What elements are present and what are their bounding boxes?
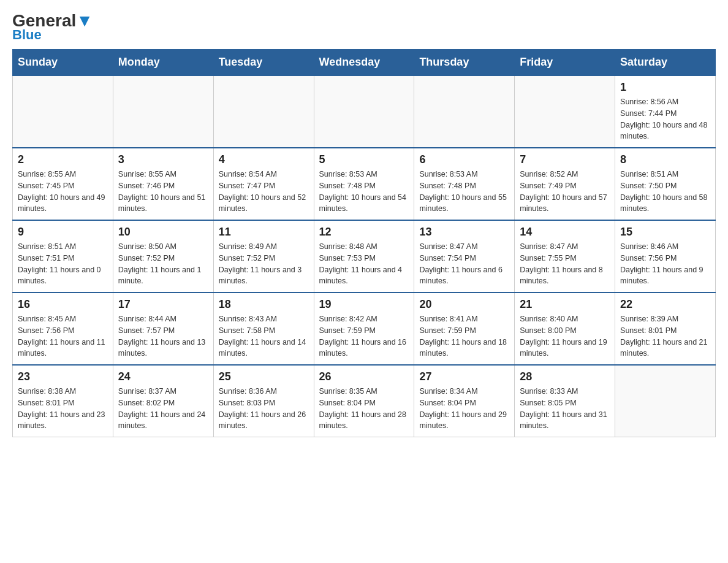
week-row-2: 9Sunrise: 8:51 AM Sunset: 7:51 PM Daylig… <box>13 220 716 293</box>
header-day-friday: Friday <box>515 50 615 76</box>
week-row-0: 1Sunrise: 8:56 AM Sunset: 7:44 PM Daylig… <box>13 75 716 148</box>
day-cell: 5Sunrise: 8:53 AM Sunset: 7:48 PM Daylig… <box>314 148 414 220</box>
day-cell <box>615 365 716 437</box>
day-cell <box>213 75 314 148</box>
day-number: 19 <box>319 298 409 311</box>
logo-arrow-icon: ▼ <box>76 11 93 30</box>
logo: General▼ Blue <box>12 12 93 43</box>
day-cell: 17Sunrise: 8:44 AM Sunset: 7:57 PM Dayli… <box>113 293 213 365</box>
day-number: 1 <box>620 81 710 94</box>
calendar-table: SundayMondayTuesdayWednesdayThursdayFrid… <box>12 49 716 437</box>
week-row-1: 2Sunrise: 8:55 AM Sunset: 7:45 PM Daylig… <box>13 148 716 220</box>
day-info: Sunrise: 8:55 AM Sunset: 7:46 PM Dayligh… <box>118 169 208 215</box>
day-cell: 2Sunrise: 8:55 AM Sunset: 7:45 PM Daylig… <box>13 148 113 220</box>
day-cell: 19Sunrise: 8:42 AM Sunset: 7:59 PM Dayli… <box>314 293 414 365</box>
day-info: Sunrise: 8:45 AM Sunset: 7:56 PM Dayligh… <box>18 313 108 359</box>
day-cell: 11Sunrise: 8:49 AM Sunset: 7:52 PM Dayli… <box>213 220 314 293</box>
day-number: 23 <box>18 370 108 383</box>
day-info: Sunrise: 8:39 AM Sunset: 8:01 PM Dayligh… <box>620 313 710 359</box>
day-cell: 9Sunrise: 8:51 AM Sunset: 7:51 PM Daylig… <box>13 220 113 293</box>
day-info: Sunrise: 8:49 AM Sunset: 7:52 PM Dayligh… <box>219 241 309 287</box>
day-info: Sunrise: 8:47 AM Sunset: 7:55 PM Dayligh… <box>520 241 610 287</box>
header-day-wednesday: Wednesday <box>314 50 414 76</box>
day-info: Sunrise: 8:37 AM Sunset: 8:02 PM Dayligh… <box>118 386 208 432</box>
day-info: Sunrise: 8:34 AM Sunset: 8:04 PM Dayligh… <box>419 386 509 432</box>
day-cell: 16Sunrise: 8:45 AM Sunset: 7:56 PM Dayli… <box>13 293 113 365</box>
day-number: 24 <box>118 370 208 383</box>
logo-blue-text: Blue <box>12 27 42 43</box>
day-info: Sunrise: 8:43 AM Sunset: 7:58 PM Dayligh… <box>219 313 309 359</box>
header-day-tuesday: Tuesday <box>213 50 314 76</box>
day-cell <box>314 75 414 148</box>
day-cell: 7Sunrise: 8:52 AM Sunset: 7:49 PM Daylig… <box>515 148 615 220</box>
day-number: 3 <box>118 153 208 166</box>
day-info: Sunrise: 8:42 AM Sunset: 7:59 PM Dayligh… <box>319 313 409 359</box>
day-info: Sunrise: 8:46 AM Sunset: 7:56 PM Dayligh… <box>620 241 710 287</box>
day-number: 17 <box>118 298 208 311</box>
day-cell: 20Sunrise: 8:41 AM Sunset: 7:59 PM Dayli… <box>414 293 515 365</box>
day-number: 21 <box>520 298 610 311</box>
week-row-4: 23Sunrise: 8:38 AM Sunset: 8:01 PM Dayli… <box>13 365 716 437</box>
day-number: 27 <box>419 370 509 383</box>
day-number: 20 <box>419 298 509 311</box>
day-cell: 23Sunrise: 8:38 AM Sunset: 8:01 PM Dayli… <box>13 365 113 437</box>
day-cell: 25Sunrise: 8:36 AM Sunset: 8:03 PM Dayli… <box>213 365 314 437</box>
day-cell: 10Sunrise: 8:50 AM Sunset: 7:52 PM Dayli… <box>113 220 213 293</box>
day-cell <box>515 75 615 148</box>
day-info: Sunrise: 8:52 AM Sunset: 7:49 PM Dayligh… <box>520 169 610 215</box>
day-info: Sunrise: 8:51 AM Sunset: 7:51 PM Dayligh… <box>18 241 108 287</box>
day-cell <box>414 75 515 148</box>
day-info: Sunrise: 8:36 AM Sunset: 8:03 PM Dayligh… <box>219 386 309 432</box>
day-cell: 14Sunrise: 8:47 AM Sunset: 7:55 PM Dayli… <box>515 220 615 293</box>
day-number: 10 <box>118 226 208 239</box>
header-day-thursday: Thursday <box>414 50 515 76</box>
day-cell: 21Sunrise: 8:40 AM Sunset: 8:00 PM Dayli… <box>515 293 615 365</box>
day-number: 8 <box>620 153 710 166</box>
day-info: Sunrise: 8:55 AM Sunset: 7:45 PM Dayligh… <box>18 169 108 215</box>
day-number: 9 <box>18 226 108 239</box>
day-cell: 1Sunrise: 8:56 AM Sunset: 7:44 PM Daylig… <box>615 75 716 148</box>
day-cell: 13Sunrise: 8:47 AM Sunset: 7:54 PM Dayli… <box>414 220 515 293</box>
day-info: Sunrise: 8:40 AM Sunset: 8:00 PM Dayligh… <box>520 313 610 359</box>
day-number: 22 <box>620 298 710 311</box>
day-cell: 27Sunrise: 8:34 AM Sunset: 8:04 PM Dayli… <box>414 365 515 437</box>
day-info: Sunrise: 8:50 AM Sunset: 7:52 PM Dayligh… <box>118 241 208 287</box>
calendar-body: 1Sunrise: 8:56 AM Sunset: 7:44 PM Daylig… <box>13 75 716 437</box>
week-row-3: 16Sunrise: 8:45 AM Sunset: 7:56 PM Dayli… <box>13 293 716 365</box>
header-day-saturday: Saturday <box>615 50 716 76</box>
day-number: 16 <box>18 298 108 311</box>
day-cell: 8Sunrise: 8:51 AM Sunset: 7:50 PM Daylig… <box>615 148 716 220</box>
day-info: Sunrise: 8:56 AM Sunset: 7:44 PM Dayligh… <box>620 96 710 142</box>
day-info: Sunrise: 8:54 AM Sunset: 7:47 PM Dayligh… <box>219 169 309 215</box>
day-cell: 4Sunrise: 8:54 AM Sunset: 7:47 PM Daylig… <box>213 148 314 220</box>
day-number: 15 <box>620 226 710 239</box>
day-number: 28 <box>520 370 610 383</box>
day-info: Sunrise: 8:41 AM Sunset: 7:59 PM Dayligh… <box>419 313 509 359</box>
day-cell: 18Sunrise: 8:43 AM Sunset: 7:58 PM Dayli… <box>213 293 314 365</box>
day-cell <box>113 75 213 148</box>
day-info: Sunrise: 8:33 AM Sunset: 8:05 PM Dayligh… <box>520 386 610 432</box>
day-cell: 15Sunrise: 8:46 AM Sunset: 7:56 PM Dayli… <box>615 220 716 293</box>
day-number: 18 <box>219 298 309 311</box>
day-cell: 22Sunrise: 8:39 AM Sunset: 8:01 PM Dayli… <box>615 293 716 365</box>
day-info: Sunrise: 8:35 AM Sunset: 8:04 PM Dayligh… <box>319 386 409 432</box>
calendar-header: SundayMondayTuesdayWednesdayThursdayFrid… <box>13 50 716 76</box>
header-day-sunday: Sunday <box>13 50 113 76</box>
day-info: Sunrise: 8:38 AM Sunset: 8:01 PM Dayligh… <box>18 386 108 432</box>
day-cell: 28Sunrise: 8:33 AM Sunset: 8:05 PM Dayli… <box>515 365 615 437</box>
header-day-monday: Monday <box>113 50 213 76</box>
day-info: Sunrise: 8:53 AM Sunset: 7:48 PM Dayligh… <box>419 169 509 215</box>
day-cell <box>13 75 113 148</box>
day-number: 7 <box>520 153 610 166</box>
day-number: 13 <box>419 226 509 239</box>
day-info: Sunrise: 8:51 AM Sunset: 7:50 PM Dayligh… <box>620 169 710 215</box>
day-info: Sunrise: 8:44 AM Sunset: 7:57 PM Dayligh… <box>118 313 208 359</box>
day-info: Sunrise: 8:48 AM Sunset: 7:53 PM Dayligh… <box>319 241 409 287</box>
day-cell: 6Sunrise: 8:53 AM Sunset: 7:48 PM Daylig… <box>414 148 515 220</box>
day-number: 4 <box>219 153 309 166</box>
day-number: 26 <box>319 370 409 383</box>
day-cell: 26Sunrise: 8:35 AM Sunset: 8:04 PM Dayli… <box>314 365 414 437</box>
day-cell: 12Sunrise: 8:48 AM Sunset: 7:53 PM Dayli… <box>314 220 414 293</box>
day-number: 5 <box>319 153 409 166</box>
day-number: 14 <box>520 226 610 239</box>
